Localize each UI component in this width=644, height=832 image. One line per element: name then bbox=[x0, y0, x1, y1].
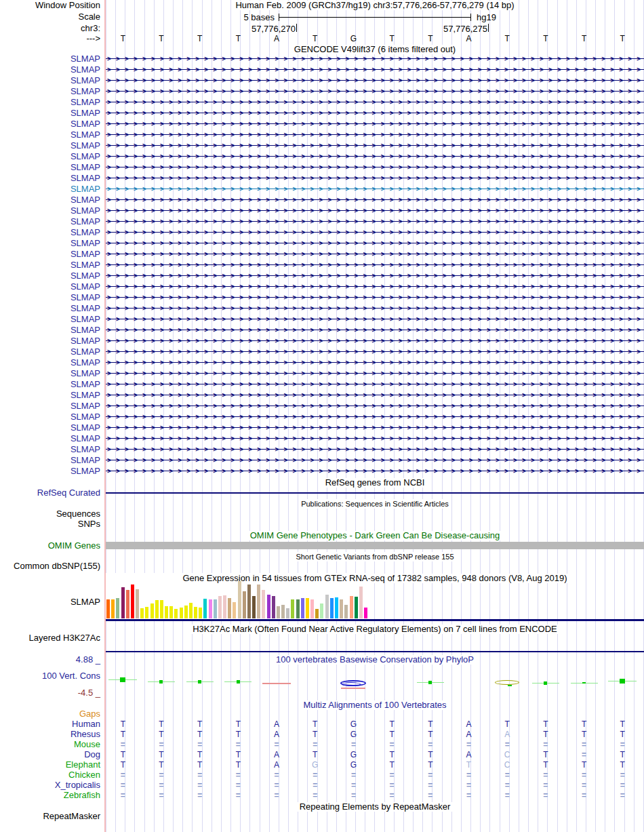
gene-row[interactable]: >>>>>>>>>>>>>>>>>>>>>>>>>>>>>>>>>>>>>>>>… bbox=[106, 303, 644, 314]
alignment-base: A bbox=[274, 750, 279, 759]
alignment-base: = bbox=[121, 740, 125, 749]
strand-arrowheads: >>>>>>>>>>>>>>>>>>>>>>>>>>>>>>>>>>>>>>>>… bbox=[107, 195, 644, 205]
gene-row[interactable]: >>>>>>>>>>>>>>>>>>>>>>>>>>>>>>>>>>>>>>>>… bbox=[106, 54, 644, 64]
strand-arrowheads: >>>>>>>>>>>>>>>>>>>>>>>>>>>>>>>>>>>>>>>>… bbox=[107, 249, 644, 259]
gene-row[interactable]: >>>>>>>>>>>>>>>>>>>>>>>>>>>>>>>>>>>>>>>>… bbox=[106, 357, 644, 368]
alignment-base: = bbox=[159, 740, 163, 749]
phylop-mark bbox=[582, 682, 586, 684]
gtex-bar bbox=[218, 596, 222, 618]
alignment-base: T bbox=[582, 730, 586, 739]
gene-row-label: SLMAP bbox=[0, 195, 100, 205]
gene-row[interactable]: >>>>>>>>>>>>>>>>>>>>>>>>>>>>>>>>>>>>>>>>… bbox=[106, 433, 644, 444]
gene-row[interactable]: >>>>>>>>>>>>>>>>>>>>>>>>>>>>>>>>>>>>>>>>… bbox=[106, 86, 644, 97]
gene-row[interactable]: >>>>>>>>>>>>>>>>>>>>>>>>>>>>>>>>>>>>>>>>… bbox=[106, 184, 644, 195]
gene-row[interactable]: >>>>>>>>>>>>>>>>>>>>>>>>>>>>>>>>>>>>>>>>… bbox=[106, 130, 644, 140]
gene-row[interactable]: >>>>>>>>>>>>>>>>>>>>>>>>>>>>>>>>>>>>>>>>… bbox=[106, 249, 644, 260]
strand-arrowheads: >>>>>>>>>>>>>>>>>>>>>>>>>>>>>>>>>>>>>>>>… bbox=[107, 130, 644, 140]
gene-row-label: SLMAP bbox=[0, 445, 100, 454]
strand-arrowheads: >>>>>>>>>>>>>>>>>>>>>>>>>>>>>>>>>>>>>>>>… bbox=[107, 108, 644, 118]
gene-row[interactable]: >>>>>>>>>>>>>>>>>>>>>>>>>>>>>>>>>>>>>>>>… bbox=[106, 379, 644, 390]
sequence-base: T bbox=[389, 34, 394, 43]
repeatmasker-track-title: Repeating Elements by RepeatMasker bbox=[106, 802, 644, 812]
gene-row-label: SLMAP bbox=[0, 260, 100, 270]
strand-arrowheads: >>>>>>>>>>>>>>>>>>>>>>>>>>>>>>>>>>>>>>>>… bbox=[107, 54, 644, 64]
alignment-base: = bbox=[236, 791, 241, 800]
sequence-base: T bbox=[582, 34, 586, 43]
gene-row[interactable]: >>>>>>>>>>>>>>>>>>>>>>>>>>>>>>>>>>>>>>>>… bbox=[106, 444, 644, 455]
gene-row[interactable]: >>>>>>>>>>>>>>>>>>>>>>>>>>>>>>>>>>>>>>>>… bbox=[106, 422, 644, 433]
gene-row[interactable]: >>>>>>>>>>>>>>>>>>>>>>>>>>>>>>>>>>>>>>>>… bbox=[106, 292, 644, 303]
gtex-expression-bar-chart[interactable] bbox=[106, 581, 372, 618]
gene-row[interactable]: >>>>>>>>>>>>>>>>>>>>>>>>>>>>>>>>>>>>>>>>… bbox=[106, 271, 644, 281]
alignment-base: T bbox=[159, 719, 163, 729]
gene-row[interactable]: >>>>>>>>>>>>>>>>>>>>>>>>>>>>>>>>>>>>>>>>… bbox=[106, 227, 644, 238]
alignment-base: = bbox=[543, 740, 548, 749]
h3k27ac-track-title: H3K27Ac Mark (Often Found Near Active Re… bbox=[106, 625, 644, 634]
strand-arrowheads: >>>>>>>>>>>>>>>>>>>>>>>>>>>>>>>>>>>>>>>>… bbox=[107, 64, 644, 75]
alignment-base: T bbox=[159, 730, 163, 739]
gtex-bar bbox=[203, 599, 207, 618]
alignment-base: = bbox=[159, 780, 163, 790]
gene-row-label: SLMAP bbox=[0, 98, 100, 107]
alignment-base: = bbox=[505, 780, 510, 790]
alignment-base: T bbox=[197, 760, 202, 770]
gtex-bar bbox=[174, 609, 178, 618]
gene-row[interactable]: >>>>>>>>>>>>>>>>>>>>>>>>>>>>>>>>>>>>>>>>… bbox=[106, 368, 644, 379]
gene-row[interactable]: >>>>>>>>>>>>>>>>>>>>>>>>>>>>>>>>>>>>>>>>… bbox=[106, 390, 644, 401]
gtex-bar bbox=[277, 606, 280, 618]
phylop-mark bbox=[237, 680, 240, 684]
gene-row[interactable]: >>>>>>>>>>>>>>>>>>>>>>>>>>>>>>>>>>>>>>>>… bbox=[106, 401, 644, 412]
strand-arrowheads: >>>>>>>>>>>>>>>>>>>>>>>>>>>>>>>>>>>>>>>>… bbox=[107, 75, 644, 85]
omim-gene-bar[interactable] bbox=[106, 542, 644, 549]
alignment-base: A bbox=[466, 750, 471, 759]
gene-row[interactable]: >>>>>>>>>>>>>>>>>>>>>>>>>>>>>>>>>>>>>>>>… bbox=[106, 64, 644, 75]
gtex-bar bbox=[189, 603, 193, 618]
gene-row[interactable]: >>>>>>>>>>>>>>>>>>>>>>>>>>>>>>>>>>>>>>>>… bbox=[106, 75, 644, 86]
gene-row[interactable]: >>>>>>>>>>>>>>>>>>>>>>>>>>>>>>>>>>>>>>>>… bbox=[106, 238, 644, 249]
phylop-ellipse bbox=[495, 680, 519, 685]
gene-row[interactable]: >>>>>>>>>>>>>>>>>>>>>>>>>>>>>>>>>>>>>>>>… bbox=[106, 108, 644, 119]
gtex-bar bbox=[340, 599, 343, 618]
gene-row[interactable]: >>>>>>>>>>>>>>>>>>>>>>>>>>>>>>>>>>>>>>>>… bbox=[106, 216, 644, 227]
alignment-base: = bbox=[351, 770, 356, 780]
gtex-bar bbox=[126, 590, 129, 618]
phylop-max-label: 4.88 _ bbox=[0, 655, 100, 665]
gene-row[interactable]: >>>>>>>>>>>>>>>>>>>>>>>>>>>>>>>>>>>>>>>>… bbox=[106, 412, 644, 422]
gene-row[interactable]: >>>>>>>>>>>>>>>>>>>>>>>>>>>>>>>>>>>>>>>>… bbox=[106, 119, 644, 130]
gene-row[interactable]: >>>>>>>>>>>>>>>>>>>>>>>>>>>>>>>>>>>>>>>>… bbox=[106, 162, 644, 173]
alignment-base: = bbox=[466, 770, 471, 780]
gtex-bar bbox=[359, 587, 363, 618]
dbsnp-track-title: Short Genetic Variants from dbSNP releas… bbox=[106, 552, 644, 561]
refseq-curated-item[interactable] bbox=[106, 492, 644, 494]
gene-row-label: SLMAP bbox=[0, 358, 100, 368]
gene-row-label: SLMAP bbox=[0, 228, 100, 237]
sequence-base: A bbox=[274, 34, 279, 43]
alignment-base: A bbox=[274, 760, 279, 770]
phylop-track-title: 100 vertebrates Basewise Conservation by… bbox=[106, 655, 644, 665]
gene-row[interactable]: >>>>>>>>>>>>>>>>>>>>>>>>>>>>>>>>>>>>>>>>… bbox=[106, 346, 644, 357]
alignment-base: = bbox=[390, 740, 395, 749]
sequence-base: T bbox=[620, 34, 625, 43]
gtex-bar bbox=[296, 599, 300, 618]
alignment-base: G bbox=[350, 719, 357, 729]
alignment-base: = bbox=[197, 770, 202, 780]
gene-row-label: SLMAP bbox=[0, 347, 100, 357]
strand-arrowheads: >>>>>>>>>>>>>>>>>>>>>>>>>>>>>>>>>>>>>>>>… bbox=[107, 379, 644, 389]
gene-row[interactable]: >>>>>>>>>>>>>>>>>>>>>>>>>>>>>>>>>>>>>>>>… bbox=[106, 336, 644, 346]
gene-row[interactable]: >>>>>>>>>>>>>>>>>>>>>>>>>>>>>>>>>>>>>>>>… bbox=[106, 140, 644, 151]
phylop-track-label: 100 Vert. Cons bbox=[0, 671, 100, 681]
gene-row[interactable]: >>>>>>>>>>>>>>>>>>>>>>>>>>>>>>>>>>>>>>>>… bbox=[106, 97, 644, 108]
gene-row[interactable]: >>>>>>>>>>>>>>>>>>>>>>>>>>>>>>>>>>>>>>>>… bbox=[106, 466, 644, 477]
gene-row[interactable]: >>>>>>>>>>>>>>>>>>>>>>>>>>>>>>>>>>>>>>>>… bbox=[106, 173, 644, 184]
gene-row[interactable]: >>>>>>>>>>>>>>>>>>>>>>>>>>>>>>>>>>>>>>>>… bbox=[106, 314, 644, 325]
alignment-base: T bbox=[313, 730, 317, 739]
gene-row[interactable]: >>>>>>>>>>>>>>>>>>>>>>>>>>>>>>>>>>>>>>>>… bbox=[106, 260, 644, 271]
alignment-base: T bbox=[505, 719, 510, 729]
gene-row[interactable]: >>>>>>>>>>>>>>>>>>>>>>>>>>>>>>>>>>>>>>>>… bbox=[106, 325, 644, 336]
gene-row-label: SLMAP bbox=[0, 76, 100, 85]
gene-row[interactable]: >>>>>>>>>>>>>>>>>>>>>>>>>>>>>>>>>>>>>>>>… bbox=[106, 151, 644, 162]
gene-row[interactable]: >>>>>>>>>>>>>>>>>>>>>>>>>>>>>>>>>>>>>>>>… bbox=[106, 455, 644, 466]
gene-row[interactable]: >>>>>>>>>>>>>>>>>>>>>>>>>>>>>>>>>>>>>>>>… bbox=[106, 281, 644, 292]
gene-row[interactable]: >>>>>>>>>>>>>>>>>>>>>>>>>>>>>>>>>>>>>>>>… bbox=[106, 205, 644, 216]
gene-row[interactable]: >>>>>>>>>>>>>>>>>>>>>>>>>>>>>>>>>>>>>>>>… bbox=[106, 195, 644, 205]
